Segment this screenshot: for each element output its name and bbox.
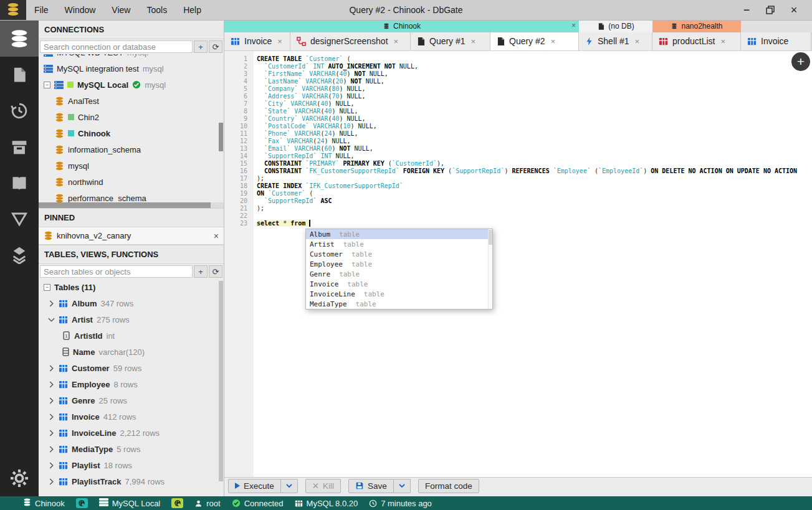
add-table-button[interactable]: + [194,265,208,278]
menu-help[interactable]: Help [175,0,209,20]
suggestion-item[interactable]: Genre table [306,269,488,279]
table-item[interactable]: MediaType 5 rows [39,441,224,457]
close-tab-button[interactable]: × [394,37,399,46]
tables-root[interactable]: − Tables (11) [39,279,224,295]
kill-button[interactable]: ✕ Kill [305,479,341,493]
connection-item[interactable]: mysql [39,158,224,174]
close-tab-button[interactable]: × [277,37,282,46]
connection-item[interactable]: performance_schema [39,190,224,202]
rail-filter-icon[interactable] [0,201,39,237]
tables-vertical-scrollbar[interactable] [219,281,223,481]
tab-group-header[interactable]: Chinook× [224,21,579,32]
connection-item[interactable]: AnalTest [39,93,224,109]
tab-invoice[interactable]: Invoice [741,32,811,50]
chevron-right-icon[interactable] [47,413,55,420]
connection-item[interactable]: −MySQL Localmysql [39,77,224,93]
tables-search-input[interactable] [40,265,193,278]
connections-vertical-scrollbar[interactable] [219,123,223,151]
chevron-right-icon[interactable] [47,300,55,307]
tab-shell-1[interactable]: Shell #1× [579,32,652,50]
unpin-button[interactable]: × [214,231,219,241]
menu-tools[interactable]: Tools [138,0,175,20]
suggestion-item[interactable]: MediaType table [306,299,488,309]
suggestion-item[interactable]: Album table [306,229,488,239]
rail-book-icon[interactable] [0,165,39,201]
refresh-connections-button[interactable]: ⟳ [209,40,222,53]
column-item[interactable]: 1 ArtistId int [39,328,224,344]
statusbar-database: Chinook [23,498,65,508]
rail-database-icon[interactable] [0,21,39,57]
format-code-button[interactable]: Format code [418,479,479,493]
restore-button[interactable] [761,2,780,18]
close-tab-button[interactable]: × [471,37,476,46]
close-button[interactable]: × [785,2,803,18]
suggestion-item[interactable]: Invoice table [306,279,488,289]
add-connection-button[interactable]: + [194,40,208,53]
connection-item[interactable]: Chin2 [39,109,224,125]
tab-group-header[interactable]: (no DB) [579,21,652,32]
chevron-down-icon[interactable] [47,316,55,323]
collapse-expander[interactable]: − [44,284,50,291]
chevron-right-icon[interactable] [47,461,55,469]
tab-invoice[interactable]: Invoice× [224,32,290,50]
tab-designerscreenshot[interactable]: designerScreenshot× [290,32,411,50]
table-item[interactable]: Customer 59 rows [39,360,224,376]
table-item[interactable]: PlaylistTrack 7,994 rows [39,473,224,489]
suggestion-item[interactable]: Artist table [306,239,488,249]
connection-item[interactable]: Chinook [39,125,224,141]
collapse-expander[interactable]: − [44,82,50,88]
save-dropdown-button[interactable] [394,479,411,493]
suggestion-item[interactable]: Employee table [306,259,488,269]
menu-file[interactable]: File [26,0,57,20]
new-tab-button[interactable]: + [791,52,810,71]
sql-editor[interactable]: 1234567891011121314151617181920212223 CR… [224,51,812,477]
connection-item[interactable]: MYSQL WD TESTmysql [39,54,224,60]
suggestion-item[interactable]: InvoiceLine table [306,289,488,299]
autocomplete-scrollbar[interactable] [488,229,492,309]
chevron-right-icon[interactable] [47,380,55,388]
suggestion-item[interactable]: Customer table [306,249,488,259]
menu-view[interactable]: View [103,0,138,20]
table-item[interactable]: Album 347 rows [39,295,224,311]
close-group-button[interactable]: × [571,21,576,30]
column-item[interactable]: Name varchar(120) [39,344,224,360]
tab-group-header[interactable]: nano2health [652,21,741,32]
color-badge [67,82,74,88]
rail-file-icon[interactable] [0,57,39,93]
close-tab-button[interactable]: × [551,37,556,46]
connection-item[interactable]: information_schema [39,141,224,158]
table-item[interactable]: Playlist 18 rows [39,457,224,473]
execute-dropdown-button[interactable] [281,479,298,493]
menu-window[interactable]: Window [57,0,104,20]
connections-horizontal-scrollbar[interactable] [39,202,224,208]
rail-layers-icon[interactable] [0,237,39,273]
chevron-right-icon[interactable] [47,445,55,453]
tab-query-2[interactable]: Query #2× [490,32,579,50]
chevron-right-icon[interactable] [47,478,55,485]
connection-item[interactable]: MySQL integration testmysql [39,60,224,77]
tab-query-1[interactable]: Query #1× [411,32,490,50]
table-item[interactable]: Genre 25 rows [39,392,224,408]
chevron-right-icon[interactable] [47,397,55,404]
refresh-tables-button[interactable]: ⟳ [209,265,222,278]
table-item[interactable]: Artist 275 rows [39,311,224,328]
file-icon [598,22,604,30]
close-tab-button[interactable]: × [635,37,640,46]
table-item[interactable]: Employee 8 rows [39,376,224,392]
chevron-right-icon[interactable] [47,429,55,437]
execute-button[interactable]: Execute [228,479,281,493]
minimize-button[interactable]: − [737,2,756,18]
close-tab-button[interactable]: × [720,37,725,46]
rail-gear-icon[interactable] [0,460,39,496]
connection-item[interactable]: northwind [39,174,224,190]
save-button[interactable]: Save [348,479,394,493]
tab-productlist[interactable]: productList× [652,32,741,50]
pinned-item[interactable]: knihovna_v2_canary × [39,227,224,245]
rail-history-icon[interactable] [0,93,39,129]
table-item[interactable]: InvoiceLine 2,212 rows [39,425,224,441]
chevron-right-icon[interactable] [47,364,55,372]
table-item[interactable]: Invoice 412 rows [39,408,224,425]
table-rowcount: 25 rows [99,396,128,405]
rail-archive-icon[interactable] [0,129,39,165]
connections-search-input[interactable] [40,40,193,53]
